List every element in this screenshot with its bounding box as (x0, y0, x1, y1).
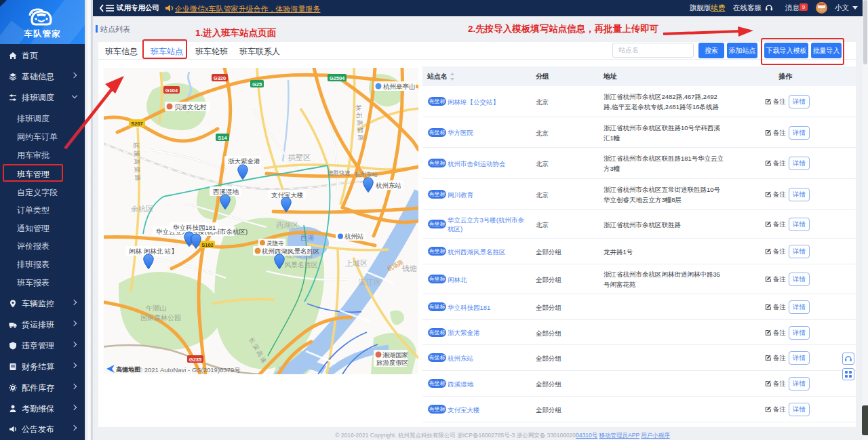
svg-text:滨江区: 滨江区 (359, 278, 381, 286)
svg-text:西湖区: 西湖区 (276, 221, 298, 229)
svg-text:西湖: 西湖 (300, 234, 314, 241)
svg-text:西溪湿地: 西溪湿地 (213, 188, 239, 195)
svg-text:G320: G320 (214, 75, 226, 81)
svg-text:杭州东站: 杭州东站 (376, 182, 401, 189)
svg-text:德胜快速: 德胜快速 (328, 169, 351, 176)
svg-text:华立科技园181: 华立科技园181 (173, 224, 216, 231)
svg-text:贝港文化村: 贝港文化村 (174, 103, 207, 111)
svg-text:闲林 闲林北 站】: 闲林 闲林北 站】 (129, 247, 178, 255)
svg-text:湘湖国家: 湘湖国家 (382, 351, 408, 359)
svg-text:余杭区: 余杭区 (131, 205, 153, 213)
svg-text:钱塘: 钱塘 (401, 264, 417, 273)
svg-text:拱墅区: 拱墅区 (288, 153, 311, 161)
svg-text:G2504: G2504 (330, 75, 345, 81)
svg-text:S207: S207 (131, 121, 143, 127)
svg-text:杭州站: 杭州站 (344, 233, 364, 240)
svg-text:运溪高架路: 运溪高架路 (133, 142, 141, 183)
svg-text:灵隐寺: 灵隐寺 (267, 240, 284, 247)
svg-text:S14: S14 (218, 135, 227, 141)
svg-text:G104: G104 (165, 87, 178, 94)
svg-text:上城区: 上城区 (345, 259, 368, 267)
svg-text:国家森林公园: 国家森林公园 (140, 314, 181, 321)
svg-text:© 2021 AutoNavi - GS(2019)6379: © 2021 AutoNavi - GS(2019)6379号 (138, 366, 241, 374)
svg-text:杭州西湖风景名胜区: 杭州西湖风景名胜区 (262, 247, 320, 255)
svg-text:S102: S102 (201, 242, 214, 248)
svg-text:旅游度假区: 旅游度假区 (376, 359, 409, 366)
svg-text:杭州皋亭山: 杭州皋亭山 (383, 83, 416, 90)
svg-text:风景名胜区: 风景名胜区 (284, 261, 318, 268)
svg-text:G235: G235 (189, 357, 201, 363)
svg-text:午潮山: 午潮山 (146, 304, 166, 312)
svg-text:G25: G25 (252, 81, 262, 87)
svg-text:高德地图: 高德地图 (116, 366, 140, 373)
svg-text:杭州东站: 杭州东站 (355, 171, 378, 178)
svg-text:浙大紫金港: 浙大紫金港 (228, 157, 260, 165)
